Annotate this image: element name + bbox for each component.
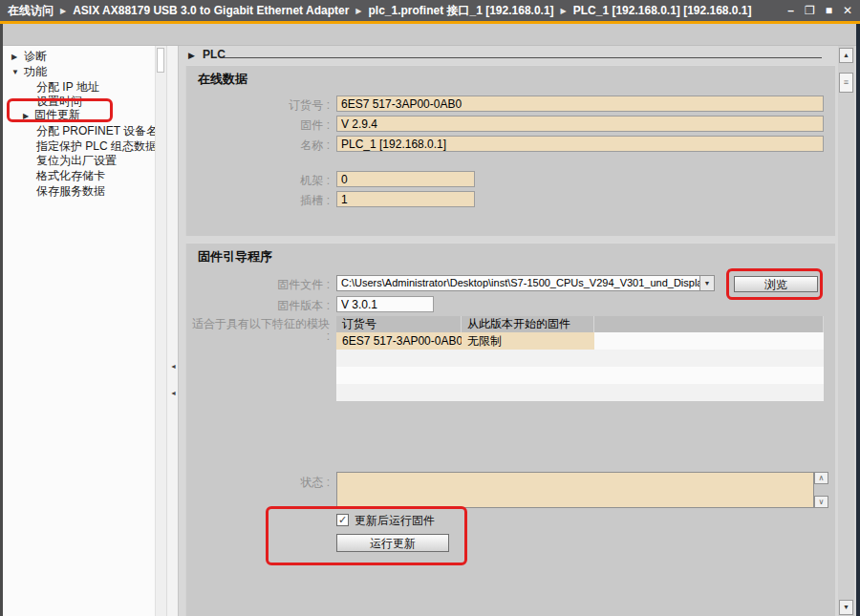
firmware-file-version-field[interactable] bbox=[336, 296, 434, 312]
cell-firmware-from-version: 无限制 bbox=[462, 332, 594, 350]
status-scroll-up-icon[interactable]: ∧ bbox=[814, 472, 828, 484]
suitable-modules-label: 适合于具有以下特征的模块 : bbox=[186, 318, 330, 343]
rack-field[interactable] bbox=[336, 171, 475, 187]
sidebar-item-factory-reset[interactable]: 复位为出厂设置 bbox=[36, 154, 117, 167]
status-label: 状态 : bbox=[191, 475, 330, 491]
header-order-number: 订货号 bbox=[336, 316, 462, 332]
sidebar-item-set-time[interactable]: 设置时间 bbox=[36, 95, 82, 108]
cell-empty bbox=[594, 332, 824, 350]
order-number-label: 订货号 : bbox=[191, 97, 330, 114]
sidebar-scrollbar[interactable] bbox=[155, 46, 166, 616]
plc-header-rule bbox=[224, 57, 822, 58]
table-header-row: 订货号 从此版本开始的固件 bbox=[336, 316, 824, 332]
scroll-up-icon[interactable]: ▲ bbox=[839, 48, 853, 63]
slot-label: 插槽 : bbox=[191, 193, 330, 209]
breadcrumb-separator-icon: ▶ bbox=[60, 7, 66, 15]
chevron-down-icon[interactable]: ▼ bbox=[11, 68, 19, 76]
splitter-collapse-icon[interactable]: ◄ bbox=[170, 363, 177, 370]
table-empty-row bbox=[336, 384, 824, 401]
breadcrumb-separator-icon: ▶ bbox=[561, 7, 567, 15]
pane-splitter[interactable]: ◄ ◄ bbox=[166, 46, 179, 616]
firmware-version-field[interactable] bbox=[336, 116, 824, 132]
status-scroll-down-icon[interactable]: ∨ bbox=[814, 496, 828, 508]
firmware-file-label: 固件文件 : bbox=[191, 277, 330, 293]
sidebar-scrollbar-thumb[interactable] bbox=[157, 48, 164, 73]
table-row[interactable]: 6ES7 517-3AP00-0AB0 无限制 bbox=[336, 332, 824, 350]
main-scrollbar-thumb[interactable]: ≡ bbox=[839, 73, 853, 93]
table-empty-row bbox=[336, 367, 824, 384]
breadcrumb-separator-icon: ▶ bbox=[355, 7, 361, 15]
device-name-field[interactable] bbox=[336, 136, 824, 152]
window-titlebar: 在线访问 ▶ ASIX AX88179 USB 3.0 to Gigabit E… bbox=[0, 0, 860, 21]
run-after-update-checkbox[interactable]: ✓ bbox=[336, 514, 349, 526]
sidebar-item-diagnostics[interactable]: 诊断 bbox=[24, 50, 47, 63]
firmware-label: 固件 : bbox=[191, 117, 330, 134]
breadcrumb-adapter[interactable]: ASIX AX88179 USB 3.0 to Gigabit Ethernet… bbox=[73, 4, 349, 17]
header-firmware-from-version: 从此版本开始的固件 bbox=[462, 316, 594, 332]
restore-icon[interactable]: ❐ bbox=[805, 4, 815, 17]
maximize-icon[interactable]: ■ bbox=[826, 4, 832, 17]
breadcrumb-profinet-interface[interactable]: plc_1.profinet 接口_1 [192.168.0.1] bbox=[369, 3, 554, 19]
breadcrumb-online-access[interactable]: 在线访问 bbox=[8, 3, 54, 19]
firmware-file-combobox[interactable]: C:\Users\Administrator\Desktop\inst\S7-1… bbox=[336, 275, 715, 291]
breadcrumb-plc[interactable]: PLC_1 [192.168.0.1] [192.168.0.1] bbox=[573, 4, 752, 17]
run-update-button[interactable]: 运行更新 bbox=[336, 534, 449, 552]
chevron-right-icon[interactable]: ▶ bbox=[11, 53, 17, 61]
toolbar-strip bbox=[0, 24, 860, 46]
chevron-right-icon[interactable]: ▶ bbox=[23, 112, 29, 120]
header-empty bbox=[594, 316, 824, 332]
plc-section-header: PLC bbox=[203, 48, 226, 61]
sidebar-item-functions[interactable]: 功能 bbox=[24, 65, 47, 78]
sidebar-item-firmware-update[interactable]: 固件更新 bbox=[34, 108, 80, 121]
close-icon[interactable]: ✕ bbox=[843, 4, 852, 17]
sidebar-item-format-memory-card[interactable]: 格式化存储卡 bbox=[36, 169, 105, 182]
slot-field[interactable] bbox=[336, 191, 475, 207]
window-right-border bbox=[856, 24, 860, 616]
suitable-modules-table: 订货号 从此版本开始的固件 6ES7 517-3AP00-0AB0 无限制 bbox=[336, 316, 824, 401]
table-empty-row bbox=[336, 350, 824, 367]
main-scrollbar[interactable] bbox=[838, 46, 854, 616]
cell-order-number: 6ES7 517-3AP00-0AB0 bbox=[336, 332, 462, 350]
sidebar-item-assign-profinet-name[interactable]: 分配 PROFINET 设备名称 bbox=[36, 124, 169, 138]
sidebar-item-save-service-data[interactable]: 保存服务数据 bbox=[36, 184, 105, 198]
order-number-field[interactable] bbox=[336, 96, 824, 112]
rack-label: 机架 : bbox=[191, 173, 330, 189]
run-after-update-label: 更新后运行固件 bbox=[355, 513, 435, 529]
sidebar-item-assign-ip[interactable]: 分配 IP 地址 bbox=[36, 80, 99, 94]
status-textarea[interactable] bbox=[336, 472, 814, 508]
firmware-loader-title: 固件引导程序 bbox=[198, 248, 272, 266]
name-label: 名称 : bbox=[191, 138, 330, 154]
minimize-icon[interactable]: – bbox=[787, 4, 794, 17]
plc-section-arrow-icon[interactable]: ▶ bbox=[188, 51, 195, 60]
scroll-down-icon[interactable]: ▼ bbox=[839, 600, 853, 615]
function-tree-sidebar: ▶ 诊断 ▼ 功能 分配 IP 地址 设置时间 ▶ 固件更新 分配 PROFIN… bbox=[3, 46, 155, 616]
online-data-title: 在线数据 bbox=[198, 71, 247, 88]
splitter-collapse-icon[interactable]: ◄ bbox=[170, 390, 177, 396]
dropdown-arrow-icon[interactable]: ▼ bbox=[699, 276, 714, 290]
browse-button[interactable]: 浏览 bbox=[734, 276, 818, 292]
firmware-version-label: 固件版本 : bbox=[191, 298, 330, 314]
